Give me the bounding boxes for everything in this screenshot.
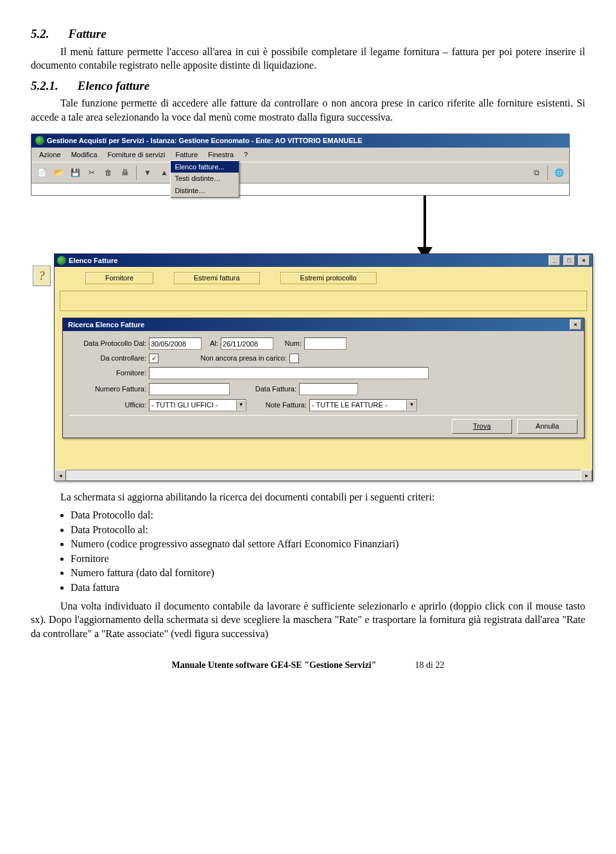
close-button[interactable]: ×	[570, 320, 581, 330]
elenco-title: Elenco Fatture	[69, 256, 117, 266]
toolbar-print-icon[interactable]: 🖶	[117, 165, 133, 180]
menu-help[interactable]: ?	[239, 149, 253, 161]
input-data-prot-dal[interactable]	[149, 337, 201, 350]
ricerca-form: Data Protocollo Dal: Al: Num: Da control…	[63, 331, 584, 438]
app-window: Gestione Acquisti per Servizi - Istanza:…	[31, 133, 570, 196]
chevron-down-icon: ▼	[406, 400, 416, 410]
dropdown-elenco-fatture[interactable]: Elenco fatture...	[171, 161, 239, 173]
toolbar-separator	[136, 166, 137, 180]
section-title: Fatture	[69, 27, 107, 40]
input-data-fattura[interactable]	[299, 383, 358, 395]
paragraph-2: Tale funzione permette di accedere alle …	[31, 96, 585, 124]
toolbar-separator	[547, 166, 548, 180]
toolbar-save-icon[interactable]: 💾	[67, 165, 83, 180]
paragraph-4a: Una volta individuato il documento conta…	[60, 601, 447, 611]
toolbar-up-icon[interactable]: ▲	[157, 165, 172, 180]
window-icon	[57, 256, 66, 265]
checkbox-da-controllare[interactable]: ✓	[149, 354, 158, 363]
annulla-label: Annulla	[536, 422, 560, 431]
footer-title: Manuale Utente software GE4-SE "Gestione…	[172, 660, 377, 672]
col-fornitore[interactable]: Fornitore	[85, 272, 153, 284]
app-icon	[35, 136, 44, 145]
checkbox-non-presa[interactable]	[289, 354, 299, 363]
dropdown-testi-distinte[interactable]: Testi distinte…	[171, 173, 239, 185]
toolbar-cut-icon[interactable]: ✂	[84, 165, 99, 180]
toolbar-delete-icon[interactable]: 🗑	[101, 165, 116, 180]
input-num-fattura[interactable]	[149, 383, 230, 395]
label-data-fattura: Data Fattura:	[232, 384, 296, 394]
label-num-fattura: Numero Fattura:	[69, 384, 146, 394]
elenco-body: Fornitore Estremi fattura Estremi protoc…	[55, 267, 592, 470]
screenshot-area: Gestione Acquisti per Servizi - Istanza:…	[31, 133, 585, 482]
menu-forniture[interactable]: Forniture di servizi	[103, 149, 171, 161]
label-num: Num:	[276, 339, 302, 348]
elenco-fatture-window: ? Elenco Fatture _ □ × Fornitore Estremi…	[54, 253, 593, 481]
list-item: Data fattura	[71, 581, 585, 595]
input-fornitore[interactable]	[149, 367, 429, 379]
help-icon[interactable]: ?	[33, 266, 51, 286]
trova-label: Trova	[473, 422, 491, 431]
paragraph-3: La schermata si aggiorna abilitando la r…	[31, 490, 585, 504]
label-fornitore: Fornitore:	[69, 368, 146, 378]
label-data-prot-dal: Data Protocollo Dal:	[69, 339, 146, 348]
close-button[interactable]: ×	[578, 255, 590, 266]
section-heading: 5.2. Fatture	[31, 26, 585, 42]
list-area	[60, 291, 587, 311]
menu-finestra[interactable]: Finestra	[203, 149, 239, 161]
toolbar-new-icon[interactable]: 📄	[34, 165, 49, 180]
select-note-fattura-value: - TUTTE LE FATTURE -	[310, 400, 406, 410]
ricerca-title: Ricerca Elenco Fatture	[68, 320, 144, 330]
paragraph-4: Una volta individuato il documento conta…	[31, 599, 585, 641]
pointer-arrow	[264, 192, 585, 260]
toolbar-globe-icon[interactable]: 🌐	[551, 165, 567, 180]
label-al: Al:	[204, 339, 218, 348]
input-num[interactable]	[304, 337, 346, 350]
list-item: Data Protocollo dal:	[71, 508, 585, 523]
menu-azione[interactable]: Azione	[34, 149, 66, 161]
menubar: Azione Modifica Forniture di servizi Fat…	[31, 148, 569, 162]
app-titlebar: Gestione Acquisti per Servizi - Istanza:…	[31, 134, 569, 148]
chevron-down-icon: ▼	[236, 400, 246, 410]
ricerca-dialog: Ricerca Elenco Fatture × Data Protocollo…	[62, 318, 585, 438]
section-number: 5.2.	[31, 27, 49, 40]
footer-page: 18 di 22	[415, 660, 445, 672]
select-ufficio-value: - TUTTI GLI UFFICI -	[150, 400, 236, 410]
ricerca-titlebar: Ricerca Elenco Fatture ×	[63, 318, 584, 331]
list-item: Fornitore	[71, 552, 585, 567]
subsection-number: 5.2.1.	[31, 79, 58, 92]
menu-fatture-dropdown: Elenco fatture... Testi distinte… Distin…	[170, 160, 239, 198]
column-headers: Fornitore Estremi fattura Estremi protoc…	[60, 272, 587, 284]
maximize-button[interactable]: □	[563, 255, 575, 266]
col-estremi-protocollo[interactable]: Estremi protocollo	[280, 272, 377, 284]
trova-button[interactable]: Trova	[452, 419, 512, 434]
scroll-right-icon[interactable]: ▸	[581, 470, 592, 481]
label-ufficio: Ufficio:	[69, 400, 146, 410]
toolbar-open-icon[interactable]: 📂	[51, 165, 66, 180]
subsection-heading: 5.2.1. Elenco fatture	[31, 78, 585, 94]
app-client-area	[31, 183, 569, 195]
menu-fatture-label: Fatture	[175, 151, 198, 158]
toolbar-duplicate-icon[interactable]: ⧉	[529, 165, 544, 180]
select-ufficio[interactable]: - TUTTI GLI UFFICI - ▼	[149, 399, 246, 411]
menu-modifica[interactable]: Modifica	[66, 149, 103, 161]
criteria-list: Data Protocollo dal: Data Protocollo al:…	[31, 508, 585, 595]
toolbar: 📄 📂 💾 ✂ 🗑 🖶 ▼ ▲ ▶ ⧉ 🌐	[31, 162, 569, 183]
label-note-fattura: Note Fattura:	[249, 400, 307, 410]
dropdown-distinte[interactable]: Distinte…	[171, 185, 239, 197]
select-note-fattura[interactable]: - TUTTE LE FATTURE - ▼	[309, 399, 417, 411]
scroll-left-icon[interactable]: ◂	[55, 470, 66, 481]
input-data-prot-al[interactable]	[221, 337, 273, 350]
minimize-button[interactable]: _	[549, 255, 560, 266]
list-item: Numero (codice progressivo assegnato dal…	[71, 537, 585, 552]
list-item: Data Protocollo al:	[71, 523, 585, 538]
horizontal-scrollbar[interactable]: ◂ ▸	[55, 470, 592, 481]
list-item: Numero fattura (dato dal fornitore)	[71, 566, 585, 581]
menu-fatture[interactable]: Fatture Elenco fatture... Testi distinte…	[170, 149, 203, 161]
elenco-titlebar: Elenco Fatture _ □ ×	[55, 254, 592, 267]
page-footer: Manuale Utente software GE4-SE "Gestione…	[31, 660, 585, 672]
col-estremi-fattura[interactable]: Estremi fattura	[174, 272, 260, 284]
toolbar-down-icon[interactable]: ▼	[140, 165, 155, 180]
annulla-button[interactable]: Annulla	[517, 419, 578, 434]
label-da-controllare: Da controllare:	[69, 354, 146, 363]
paragraph-1: Il menù fatture permette l'acceso all'ar…	[31, 45, 585, 73]
